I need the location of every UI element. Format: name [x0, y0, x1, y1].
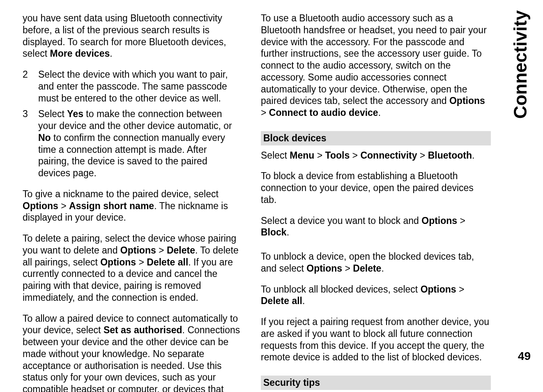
body-text: > [156, 245, 167, 256]
body-text: Select [261, 150, 290, 161]
body-text: > [58, 201, 69, 211]
block-intro-paragraph: To block a device from establishing a Bl… [261, 170, 491, 205]
ui-label: Bluetooth [428, 150, 472, 161]
ui-label: Block [261, 227, 287, 238]
body-text: To give a nickname to the paired device,… [23, 189, 219, 199]
ui-label: Options [421, 284, 456, 295]
audio-accessory-paragraph: To use a Bluetooth audio accessory such … [261, 12, 491, 119]
ui-label: Delete [167, 245, 195, 256]
ui-label: Options [23, 201, 58, 211]
body-text: > [456, 284, 465, 295]
body-text: Select a device you want to block and [261, 215, 421, 226]
body-text: > [261, 107, 269, 118]
step-item: 2 Select the device with which you want … [23, 69, 240, 104]
ui-label: More devices [50, 48, 110, 59]
ui-label: Delete all [147, 257, 188, 267]
right-column: To use a Bluetooth audio accessory such … [261, 12, 491, 392]
nickname-paragraph: To give a nickname to the paired device,… [23, 188, 240, 224]
body-text: > [136, 257, 147, 267]
ui-label: Connectivity [360, 150, 417, 161]
body-text: To unblock all blocked devices, select [261, 284, 421, 295]
body-text: > [350, 150, 360, 161]
step-text: Select Yes to make the connection betwee… [38, 108, 240, 179]
body-text: to confirm the connection manually every… [38, 132, 225, 178]
ui-label: Options [100, 257, 136, 267]
delete-pairing-paragraph: To delete a pairing, select the device w… [23, 233, 240, 304]
body-text: > [417, 150, 428, 161]
ui-label: Options [449, 95, 485, 106]
ui-label: Connect to audio device [269, 107, 378, 118]
page-number: 49 [518, 349, 531, 363]
ui-label: Options [120, 245, 156, 256]
ui-label: Options [421, 215, 457, 226]
block-path-paragraph: Select Menu > Tools > Connectivity > Blu… [261, 150, 491, 161]
unblock-all-paragraph: To unblock all blocked devices, select O… [261, 284, 491, 307]
intro-continuation: you have sent data using Bluetooth conne… [23, 12, 240, 60]
security-tips-heading: Security tips [261, 376, 491, 390]
ui-label: Options [306, 263, 342, 274]
body-text: . [110, 48, 112, 59]
ui-label: Delete [353, 263, 381, 274]
body-text: . [381, 263, 384, 274]
manual-page: you have sent data using Bluetooth conne… [0, 0, 543, 392]
step-text: Select the device with which you want to… [38, 69, 240, 104]
body-text: . [378, 107, 381, 118]
step-number: 3 [23, 108, 38, 179]
step-item: 3 Select Yes to make the connection betw… [23, 108, 240, 179]
body-text: To use a Bluetooth audio accessory such … [261, 13, 487, 106]
ui-label: Tools [325, 150, 350, 161]
ui-label: Delete all [261, 295, 302, 306]
reject-paragraph: If you reject a pairing request from ano… [261, 316, 491, 363]
ui-label: Menu [290, 150, 314, 161]
left-column: you have sent data using Bluetooth conne… [23, 12, 240, 392]
step-number: 2 [23, 69, 38, 104]
body-text: . [302, 295, 305, 306]
body-text: Select [38, 108, 67, 119]
ui-label: Set as authorised [104, 325, 182, 335]
body-text: . [472, 150, 474, 161]
step-list: 2 Select the device with which you want … [23, 69, 240, 179]
body-text: > [342, 263, 353, 274]
body-text: > [457, 215, 465, 226]
block-action-paragraph: Select a device you want to block and Op… [261, 215, 491, 239]
unblock-paragraph: To unblock a device, open the blocked de… [261, 251, 491, 274]
chapter-label: Connectivity [509, 10, 531, 119]
ui-label: Yes [67, 108, 83, 119]
ui-label: No [38, 132, 51, 143]
body-text: > [314, 150, 325, 161]
block-devices-heading: Block devices [261, 131, 491, 145]
authorised-paragraph: To allow a paired device to connect auto… [23, 313, 240, 392]
ui-label: Assign short name [69, 201, 154, 211]
body-text: . [287, 227, 289, 238]
